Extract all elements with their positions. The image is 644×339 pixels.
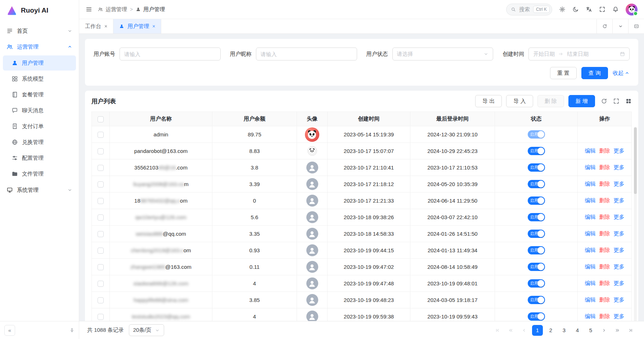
tab-workbench[interactable]: 工作台 × (79, 19, 113, 33)
row-action-edit[interactable]: 编辑 (585, 197, 596, 203)
row-action-delete[interactable]: 删除 (599, 181, 610, 187)
row-checkbox[interactable] (98, 248, 104, 254)
row-checkbox[interactable] (98, 214, 104, 221)
row-checkbox[interactable] (98, 264, 104, 270)
first-page-button[interactable] (492, 325, 503, 336)
app-logo[interactable]: Ruoyi AI (0, 0, 79, 21)
close-icon[interactable]: × (152, 23, 155, 29)
sidebar-item-chat[interactable]: 聊天消息 (3, 103, 76, 118)
row-action-delete[interactable]: 删除 (599, 164, 610, 170)
row-action-more[interactable]: 更多 (614, 197, 625, 203)
tab-fullscreen-icon[interactable] (628, 19, 644, 33)
next-page-button[interactable] (599, 325, 609, 336)
tab-user-management[interactable]: 用户管理 × (113, 19, 161, 33)
scrollbar-thumb[interactable] (634, 127, 637, 194)
page-3[interactable]: 3 (559, 325, 569, 336)
select-all-checkbox[interactable] (98, 116, 104, 122)
row-action-edit[interactable]: 编辑 (585, 280, 596, 286)
fullscreen-icon[interactable] (599, 6, 605, 13)
user-avatar[interactable] (626, 4, 638, 15)
row-checkbox[interactable] (98, 165, 104, 171)
sidebar-item-files[interactable]: 文件管理 (3, 166, 76, 181)
page-2[interactable]: 2 (545, 325, 556, 336)
search-button[interactable]: 查 询 (581, 67, 608, 79)
status-toggle[interactable]: 启用 (528, 296, 545, 304)
row-action-edit[interactable]: 编辑 (585, 148, 596, 154)
row-action-delete[interactable]: 删除 (599, 214, 610, 220)
row-checkbox[interactable] (98, 181, 104, 187)
sidebar-item-models[interactable]: 系统模型 (3, 71, 76, 86)
row-action-more[interactable]: 更多 (614, 280, 625, 286)
nickname-input[interactable] (261, 51, 352, 57)
tab-dropdown-icon[interactable] (612, 19, 628, 33)
row-action-more[interactable]: 更多 (614, 297, 625, 303)
breadcrumb-item-users[interactable]: 用户管理 (136, 6, 165, 13)
row-action-edit[interactable]: 编辑 (585, 313, 596, 319)
last-page-button[interactable] (625, 325, 636, 336)
page-5[interactable]: 5 (585, 325, 596, 336)
date-range-picker[interactable]: 开始日期 结束日期 (528, 48, 630, 60)
date-start[interactable]: 开始日期 (533, 51, 555, 58)
jump-back-button[interactable] (505, 325, 516, 336)
row-action-edit[interactable]: 编辑 (585, 263, 596, 270)
table-refresh-icon[interactable] (601, 98, 607, 104)
status-toggle[interactable]: 启用 (528, 279, 545, 288)
reset-button[interactable]: 重 置 (550, 67, 577, 79)
row-action-more[interactable]: 更多 (614, 313, 625, 319)
sidebar-item-plans[interactable]: 套餐管理 (3, 87, 76, 102)
row-checkbox[interactable] (98, 198, 104, 204)
add-button[interactable]: 新 增 (568, 95, 595, 107)
row-action-delete[interactable]: 删除 (599, 197, 610, 203)
sidebar-item-operations[interactable]: 运营管理 (0, 39, 79, 55)
breadcrumb-item-operations[interactable]: 运营管理 (98, 6, 127, 13)
sidebar-item-exchange[interactable]: 兑换管理 (3, 135, 76, 150)
delete-button[interactable]: 删 除 (537, 95, 564, 107)
row-action-delete[interactable]: 删除 (599, 148, 610, 154)
row-action-more[interactable]: 更多 (614, 181, 625, 187)
jump-forward-button[interactable] (612, 325, 623, 336)
status-toggle[interactable]: 启用 (528, 246, 545, 254)
status-toggle[interactable]: 启用 (528, 130, 545, 139)
page-1[interactable]: 1 (532, 325, 543, 336)
row-checkbox[interactable] (98, 297, 104, 303)
tab-refresh-icon[interactable] (596, 19, 612, 33)
global-search[interactable]: 搜索 Ctrl K (506, 4, 552, 15)
status-toggle[interactable]: 启用 (528, 180, 545, 188)
table-fullscreen-icon[interactable] (613, 98, 620, 104)
notifications-bell-icon[interactable] (612, 6, 619, 13)
pin-icon[interactable] (69, 328, 75, 333)
sidebar-item-home[interactable]: 首页 (0, 23, 79, 39)
status-toggle[interactable]: 启用 (528, 312, 545, 321)
close-icon[interactable]: × (104, 23, 107, 29)
row-checkbox[interactable] (98, 314, 104, 320)
row-action-more[interactable]: 更多 (614, 164, 625, 170)
row-checkbox[interactable] (98, 231, 104, 237)
row-action-delete[interactable]: 删除 (599, 247, 610, 253)
row-action-more[interactable]: 更多 (614, 247, 625, 253)
page-4[interactable]: 4 (572, 325, 583, 336)
status-select[interactable]: 请选择 (392, 48, 494, 60)
row-checkbox[interactable] (98, 148, 104, 154)
settings-gear-icon[interactable] (559, 6, 566, 13)
status-toggle[interactable]: 启用 (528, 163, 545, 172)
row-action-edit[interactable]: 编辑 (585, 181, 596, 187)
collapse-filter-link[interactable]: 收起 (613, 70, 630, 77)
row-action-edit[interactable]: 编辑 (585, 230, 596, 236)
row-action-delete[interactable]: 删除 (599, 263, 610, 270)
account-input[interactable] (124, 51, 216, 57)
hamburger-menu-icon[interactable] (86, 6, 92, 13)
sidebar-item-config[interactable]: 配置管理 (3, 150, 76, 166)
status-toggle[interactable]: 启用 (528, 263, 545, 271)
row-action-delete[interactable]: 删除 (599, 313, 610, 319)
row-action-edit[interactable]: 编辑 (585, 214, 596, 220)
row-action-edit[interactable]: 编辑 (585, 297, 596, 303)
status-toggle[interactable]: 启用 (528, 196, 545, 205)
row-action-more[interactable]: 更多 (614, 230, 625, 236)
table-scrollbar[interactable] (634, 127, 637, 321)
page-size-select[interactable]: 20条/页 (129, 324, 164, 336)
import-button[interactable]: 导 入 (506, 95, 533, 107)
translate-icon[interactable] (586, 6, 592, 13)
dark-mode-moon-icon[interactable] (572, 6, 579, 13)
date-end[interactable]: 结束日期 (567, 51, 589, 58)
row-checkbox[interactable] (98, 132, 104, 138)
